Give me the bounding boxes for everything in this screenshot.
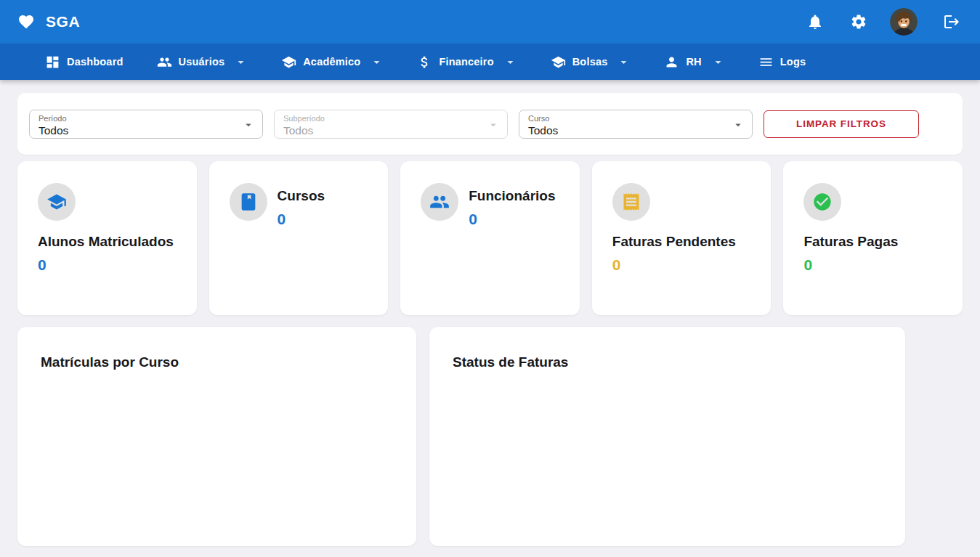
field-value: Todos <box>39 123 236 137</box>
nav-label: Usuários <box>179 56 225 68</box>
stat-title: Faturas Pendentes <box>612 230 750 253</box>
nav-label: Dashboard <box>67 56 123 68</box>
stat-title: Cursos <box>278 184 325 208</box>
clear-filters-button[interactable]: LIMPAR FILTROS <box>764 110 919 138</box>
stat-card-alunos-matriculados: Alunos Matriculados 0 <box>17 161 197 315</box>
subperiod-select[interactable]: Subperíodo Todos <box>274 110 508 139</box>
dropdown-arrow-icon <box>487 118 500 131</box>
gear-icon <box>850 13 867 31</box>
bell-icon <box>806 13 824 31</box>
users-icon <box>429 192 450 212</box>
chevron-down-icon <box>370 55 384 69</box>
school-icon <box>551 54 566 70</box>
period-select[interactable]: Período Todos <box>29 110 263 139</box>
nav-label: Logs <box>780 56 806 68</box>
chart-title: Status de Faturas <box>453 354 882 370</box>
chevron-down-icon <box>617 55 631 69</box>
field-label: Subperíodo <box>283 114 481 123</box>
nav-label: Bolsas <box>572 56 608 68</box>
logout-icon <box>943 13 960 31</box>
chevron-down-icon <box>711 55 725 69</box>
avatar[interactable] <box>890 8 918 36</box>
nav-item-logs[interactable]: Logs <box>758 54 806 70</box>
chevron-down-icon <box>234 55 248 69</box>
chart-empty-area <box>453 370 882 516</box>
users-icon <box>157 54 172 70</box>
app-title: SGA <box>46 13 80 31</box>
avatar-image <box>890 8 918 36</box>
list-icon <box>758 54 774 70</box>
dashboard-icon <box>45 54 60 70</box>
settings-button[interactable] <box>849 12 868 31</box>
nav-item-dashboard[interactable]: Dashboard <box>45 54 123 70</box>
school-icon <box>281 54 296 70</box>
nav-item-bolsas[interactable]: Bolsas <box>551 54 631 70</box>
stat-card-faturas-pendentes: Faturas Pendentes 0 <box>592 161 772 315</box>
chart-title: Matrículas por Curso <box>41 354 393 370</box>
course-select[interactable]: Curso Todos <box>519 110 753 139</box>
field-label: Curso <box>528 114 726 123</box>
nav-label: Acadêmico <box>303 56 360 68</box>
field-value: Todos <box>283 123 481 137</box>
field-value: Todos <box>528 123 726 137</box>
stat-cards-row: Alunos Matriculados 0 Cursos 0 Funcionár… <box>17 161 963 315</box>
stat-card-funcionarios: Funcionários 0 <box>400 161 580 315</box>
chevron-down-icon <box>503 55 517 69</box>
stat-title: Faturas Pagas <box>803 230 941 253</box>
chart-card-status-de-faturas: Status de Faturas <box>429 327 905 546</box>
stat-value: 0 <box>803 253 942 277</box>
main-nav: Dashboard Usuários Acadêmico Financeiro <box>0 44 980 80</box>
school-icon <box>46 192 67 212</box>
stat-value: 0 <box>612 253 751 277</box>
chart-card-matriculas-por-curso: Matrículas por Curso <box>17 327 416 546</box>
stat-title: Alunos Matriculados <box>38 230 176 253</box>
dashboard-content: Período Todos Subperíodo Todos Curso Tod… <box>0 80 980 546</box>
stat-value: 0 <box>278 208 325 232</box>
money-icon <box>417 54 432 70</box>
notifications-button[interactable] <box>806 12 825 31</box>
check-circle-icon <box>812 192 833 212</box>
nav-label: Financeiro <box>439 56 493 68</box>
nav-item-financeiro[interactable]: Financeiro <box>417 54 517 70</box>
filter-bar: Período Todos Subperíodo Todos Curso Tod… <box>17 93 963 155</box>
nav-item-rh[interactable]: RH <box>664 54 724 70</box>
dropdown-arrow-icon <box>732 118 745 131</box>
stat-title: Funcionários <box>469 184 555 208</box>
book-icon <box>238 192 259 212</box>
chart-cards-row: Matrículas por Curso Status de Faturas <box>17 327 963 546</box>
nav-label: RH <box>686 56 701 68</box>
app-bar: SGA <box>0 0 980 44</box>
stat-value: 0 <box>38 253 177 277</box>
heart-icon <box>17 13 35 31</box>
stat-value: 0 <box>469 208 555 232</box>
dropdown-arrow-icon <box>242 118 255 131</box>
logout-button[interactable] <box>942 12 961 31</box>
nav-item-usuarios[interactable]: Usuários <box>157 54 248 70</box>
stat-card-cursos: Cursos 0 <box>209 161 389 315</box>
field-label: Período <box>39 114 236 123</box>
person-icon <box>664 54 679 70</box>
receipt-icon <box>621 192 641 212</box>
nav-item-academico[interactable]: Acadêmico <box>281 54 384 70</box>
stat-card-faturas-pagas: Faturas Pagas 0 <box>783 161 963 315</box>
chart-empty-area <box>41 370 393 516</box>
